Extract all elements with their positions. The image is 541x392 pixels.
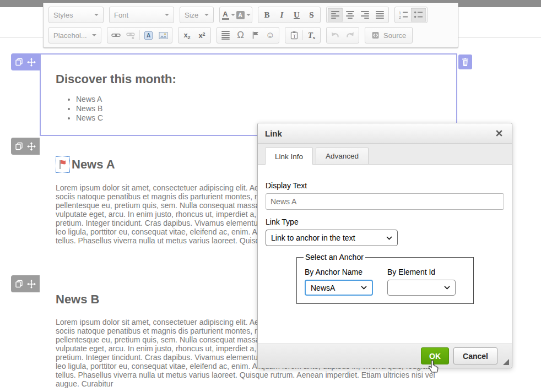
anchor-placeholder-button[interactable]: A [141, 28, 156, 42]
special-character-button[interactable]: Ω [233, 28, 248, 42]
placeholder-dropdown[interactable]: Placehol... [48, 27, 101, 43]
superscript-button[interactable]: x2 [194, 28, 209, 42]
news-b-heading[interactable]: News B [56, 292, 99, 307]
chevron-down-icon [444, 286, 450, 290]
by-element-id-select[interactable] [387, 280, 456, 296]
trash-icon [462, 58, 469, 66]
tab-link-info[interactable]: Link Info [265, 148, 313, 165]
widget-drag-handle-news-a[interactable] [11, 138, 40, 155]
text-anchor-selected[interactable] [56, 156, 70, 173]
link-dialog: Link Link Info Advanced Display Text Lin… [257, 123, 512, 368]
bulleted-list-icon [414, 10, 423, 19]
align-justify-button[interactable] [372, 8, 387, 22]
editor-page: Styles Font Size A A [0, 0, 541, 392]
align-left-button[interactable] [328, 8, 343, 22]
display-text-label: Display Text [266, 181, 504, 190]
cancel-button[interactable]: Cancel [453, 347, 497, 364]
size-dropdown-label: Size [185, 11, 198, 19]
align-justify-icon [376, 11, 384, 19]
copy-icon[interactable] [15, 280, 23, 288]
widget-delete-button[interactable] [458, 55, 472, 69]
chevron-down-icon [361, 286, 367, 290]
redo-button[interactable] [343, 28, 358, 42]
align-right-button[interactable] [358, 8, 372, 22]
italic-button[interactable]: I [274, 8, 289, 22]
widget-drag-handle-intro[interactable] [11, 53, 40, 70]
hand-pointer-icon [428, 358, 440, 373]
link-group: A [107, 27, 172, 43]
image-button[interactable] [156, 28, 171, 42]
chevron-down-icon [204, 14, 209, 16]
move-icon[interactable] [27, 280, 36, 288]
list-item[interactable]: News A [76, 95, 103, 104]
by-anchor-name-select[interactable]: NewsA [305, 280, 373, 296]
list-item[interactable]: News B [76, 104, 103, 113]
link-type-selected-value: Link to anchor in the text [271, 233, 355, 242]
display-text-input[interactable] [266, 193, 504, 210]
strikethrough-button[interactable]: S [304, 8, 319, 22]
chevron-down-icon [165, 14, 169, 16]
chevron-down-icon [231, 14, 235, 16]
dialog-tab-strip: Link Info Advanced [258, 144, 512, 165]
source-group: Source [365, 27, 413, 43]
news-a-heading[interactable]: News A [72, 157, 115, 172]
paste-format-group: T Tx [285, 27, 321, 43]
font-dropdown-label: Font [114, 11, 128, 19]
bold-icon: B [264, 10, 269, 20]
link-button[interactable] [109, 28, 123, 42]
underline-button[interactable]: U [289, 8, 304, 22]
text-color-icon: A [222, 10, 229, 20]
mouse-cursor-hand [428, 358, 440, 375]
superscript-icon: x2 [198, 31, 205, 40]
dialog-title: Link [265, 129, 282, 138]
styles-dropdown-label: Styles [53, 11, 73, 19]
align-center-button[interactable] [343, 8, 358, 22]
styles-dropdown[interactable]: Styles [48, 7, 104, 23]
widget-drag-handle-news-b[interactable] [11, 275, 40, 292]
svg-text:2: 2 [399, 15, 401, 19]
undo-button[interactable] [328, 28, 343, 42]
smiley-icon: ☺ [266, 30, 274, 40]
link-dialog-titlebar[interactable]: Link [258, 123, 512, 144]
numbered-list-button[interactable]: 1 2 [396, 8, 411, 22]
background-color-button[interactable]: A [236, 8, 251, 22]
font-dropdown[interactable]: Font [109, 7, 174, 23]
source-icon [371, 31, 380, 40]
select-anchor-legend: Select an Anchor [304, 253, 365, 262]
intro-heading[interactable]: Discover this month: [56, 72, 176, 86]
copy-icon[interactable] [15, 58, 23, 66]
smiley-button[interactable]: ☺ [263, 28, 278, 42]
underline-icon: U [294, 10, 300, 20]
bold-button[interactable]: B [259, 8, 274, 22]
dialog-resize-handle[interactable] [503, 359, 509, 365]
toolbar-row-1: Styles Font Size A A [48, 7, 455, 23]
toolbar-row-2: Placehol... [48, 27, 455, 43]
move-icon[interactable] [27, 142, 36, 151]
bulleted-list-button[interactable] [411, 8, 426, 22]
remove-format-button[interactable]: Tx [304, 28, 319, 42]
chevron-down-icon [92, 34, 96, 36]
background-color-icon: A [236, 11, 245, 19]
clipboard-icon: T [290, 31, 299, 40]
text-color-button[interactable]: A [221, 8, 236, 22]
dialog-body: Display Text Link Type Link to anchor in… [258, 165, 512, 344]
link-type-select[interactable]: Link to anchor in the text [266, 230, 398, 246]
svg-text:T: T [293, 34, 296, 39]
paste-text-button[interactable]: T [286, 28, 301, 42]
dialog-close-button[interactable] [494, 128, 505, 139]
by-element-id-label: By Element Id [387, 268, 456, 276]
numbered-list-icon: 1 2 [399, 10, 408, 19]
size-dropdown[interactable]: Size [180, 7, 214, 23]
move-icon[interactable] [27, 58, 36, 67]
horizontal-rule-button[interactable] [218, 28, 233, 42]
unlink-button[interactable] [123, 28, 138, 42]
copy-icon[interactable] [15, 142, 23, 150]
close-icon [495, 129, 503, 137]
subscript-button[interactable]: x2 [180, 28, 194, 42]
tab-advanced[interactable]: Advanced [316, 148, 369, 164]
anchor-button[interactable] [248, 28, 263, 42]
list-item[interactable]: News C [76, 113, 103, 123]
divider [302, 30, 303, 40]
editor-toolbar: Styles Font Size A A [43, 3, 458, 48]
source-button[interactable]: Source [366, 28, 411, 43]
